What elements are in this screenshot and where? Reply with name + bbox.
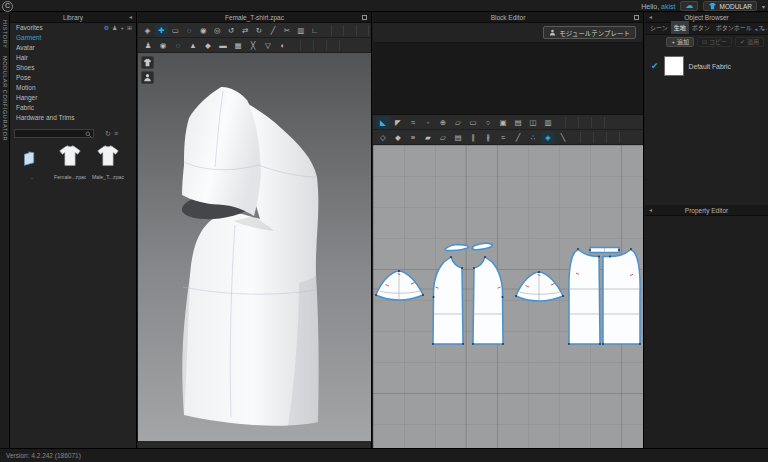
modular-mode-button[interactable]: MODULAR [703,1,757,11]
grading-icon[interactable]: ╲ [556,131,570,144]
pattern-point[interactable] [502,343,504,345]
pattern-point[interactable] [502,296,504,298]
move-pattern-icon[interactable]: ⇄ [239,24,252,37]
lib-add-icon[interactable]: + [120,23,124,33]
pattern-point[interactable] [461,267,463,269]
steam-icon[interactable]: ∴ [526,131,540,144]
flip-pattern-icon[interactable]: ↻ [253,24,266,37]
pattern-point[interactable] [484,256,486,258]
sew-active-icon[interactable]: ◈ [541,131,555,144]
-button[interactable]: +追加 [666,37,694,47]
tab-history[interactable]: HISTORY [2,20,8,48]
add-point-icon[interactable]: ⊕ [436,116,450,129]
trace-icon[interactable]: ◫ [526,116,540,129]
tab-[interactable]: シーン [647,21,671,34]
sidebar-item-shoes[interactable]: Shoes [10,63,136,73]
sew-mn-icon[interactable]: ≈ [496,131,510,144]
pattern-front-right[interactable] [473,257,503,344]
pattern-image-icon[interactable]: ▤ [511,116,525,129]
search-input[interactable] [15,139,83,146]
pattern-point[interactable] [473,267,475,269]
lib-user-icon[interactable]: ♟ [112,23,117,33]
select-mesh-icon[interactable]: ◉ [197,24,210,37]
pin-icon[interactable]: ◎ [211,24,224,37]
tab-scroll-arrows[interactable]: ◄ ► [754,27,767,32]
reset-arrangement-icon[interactable]: ↺ [225,24,238,37]
list-view-icon[interactable]: ≡ [114,130,118,138]
arrangement-points-icon[interactable]: ▦ [231,39,245,52]
file-thumbnail-female-zpac[interactable]: Female...zpac [54,144,86,180]
pattern-neckband-right[interactable] [472,243,493,250]
select-box-icon[interactable]: ▭ [169,24,182,37]
pattern-point[interactable] [568,343,570,345]
sidebar-item-hardware-and-trims[interactable]: Hardware and Trims [10,113,136,123]
hide-avatar-icon[interactable]: ◌ [171,39,185,52]
sidebar-item-hair[interactable]: Hair [10,53,136,63]
pattern-point[interactable] [398,270,400,272]
tape-icon[interactable]: ▬ [216,39,230,52]
tab-[interactable]: ボタンホール [713,21,755,34]
simulate-icon[interactable]: ◈ [141,24,154,37]
sidebar-item-pose[interactable]: Pose [10,73,136,83]
measure-3d-icon[interactable]: ∟ [308,24,321,37]
pattern-point[interactable] [462,343,464,345]
avatar-measure-icon[interactable]: ╳ [246,39,260,52]
hanger-icon[interactable]: ▽ [261,39,275,52]
module-template-button[interactable]: モジュールテンプレート [543,26,636,39]
zipper-icon[interactable]: ▰ [421,131,435,144]
pose-icon[interactable]: ▲ [186,39,200,52]
pattern-point[interactable] [630,248,632,250]
tab-[interactable]: 生地 [671,21,689,34]
pattern-point[interactable] [433,296,435,298]
sidebar-item-avatar[interactable]: Avatar [10,43,136,53]
select-lasso-icon[interactable]: ◌ [183,24,196,37]
cloud-sync-button[interactable]: ☁ [680,1,698,11]
pattern-point[interactable] [602,343,604,345]
dart-icon[interactable]: ◇ [376,131,390,144]
fabric-list-item[interactable]: ✔Default Fabric [651,56,768,76]
show-avatar-button[interactable] [141,71,154,84]
maximize-icon[interactable] [634,15,639,20]
pattern-sleeve-right[interactable] [516,272,563,301]
sidebar-item-garment[interactable]: Garment [10,33,136,43]
shoes-icon[interactable]: ◆ [201,39,215,52]
pattern-neckband-left[interactable] [445,245,469,251]
pattern-front-left[interactable] [433,257,463,344]
collapse-icon[interactable]: ◄ [648,14,653,20]
username[interactable]: akist [661,3,675,10]
tab-modular-configurator[interactable]: MODULAR CONFIGURATOR [2,56,8,141]
pattern-point[interactable] [432,343,434,345]
pattern-sleeve-left[interactable] [376,271,423,300]
maximize-icon[interactable] [362,15,367,20]
pattern-point[interactable] [599,343,601,345]
notch-tool-icon[interactable]: ▱ [436,131,450,144]
polygon-icon[interactable]: ▱ [451,116,465,129]
sewing-3d-icon[interactable]: ▥ [294,24,307,37]
pattern-point[interactable] [450,256,452,258]
sidebar-item-favorites[interactable]: Favorites⚙♟+⊞ [10,23,136,33]
tab-[interactable]: ボタン [689,21,713,34]
pattern-point[interactable] [618,249,620,251]
collapse-icon[interactable]: ◄ [648,207,653,213]
flatten-icon[interactable]: ▤ [451,131,465,144]
sew-segment-icon[interactable]: ∥ [466,131,480,144]
pen-3d-icon[interactable]: ╱ [266,24,279,37]
lib-add-folder-icon[interactable]: ⊞ [127,23,132,33]
pattern-point[interactable] [589,249,591,251]
edit-curve-point-icon[interactable]: ◦ [421,116,435,129]
seam-allowance-icon[interactable]: ▥ [541,116,555,129]
file-thumbnail-male-t-zpac[interactable]: Male_T...zpac [92,144,124,180]
account-dropdown[interactable]: ▾ [762,3,765,10]
pattern-point[interactable] [562,295,564,297]
circle-icon[interactable]: ○ [481,116,495,129]
merge-dart-icon[interactable]: ◆ [391,131,405,144]
edit-curvature-icon[interactable]: ≈ [406,116,420,129]
pattern-back-left[interactable] [569,250,600,345]
rectangle-icon[interactable]: ▭ [466,116,480,129]
pattern-2d-canvas[interactable] [373,145,643,448]
pattern-point[interactable] [598,256,600,258]
sew-free-icon[interactable]: ∦ [481,131,495,144]
file-thumbnail-[interactable]: .. [16,149,48,180]
pattern-point[interactable] [639,343,641,345]
lib-settings-icon[interactable]: ⚙ [104,23,109,33]
